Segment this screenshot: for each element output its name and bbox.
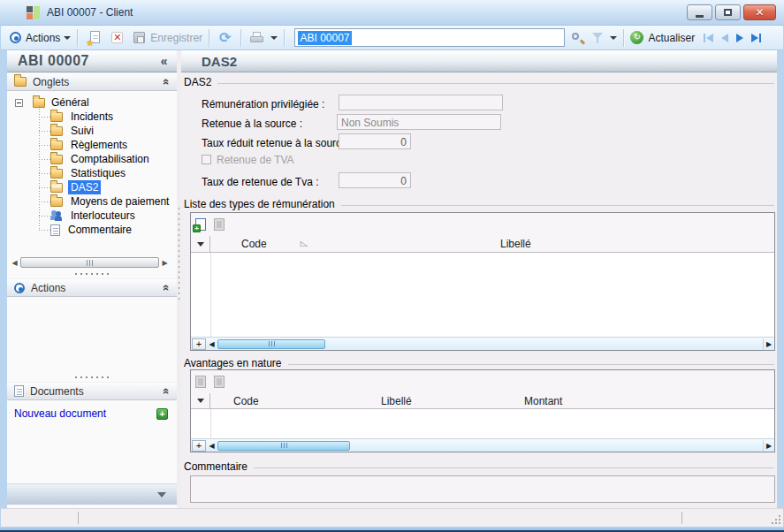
grid-add-icon[interactable]: + xyxy=(192,440,206,452)
avantages-grid-toolbar xyxy=(191,370,774,393)
sidebar-horizontal-scrollbar[interactable]: ◀ ▶ xyxy=(9,256,171,269)
tree-node-statistiques[interactable]: Statistiques xyxy=(7,166,177,180)
sort-ascending-icon: ◺ xyxy=(301,239,308,247)
column-header-libelle[interactable]: Libellé xyxy=(381,395,412,407)
tree-node-interlocuteurs[interactable]: Interlocuteurs xyxy=(7,209,177,223)
folder-icon xyxy=(50,141,63,150)
scroll-left-icon[interactable]: ◀ xyxy=(206,440,217,452)
panel-splitter[interactable] xyxy=(7,376,177,378)
actions-menu-button[interactable]: Actions xyxy=(26,32,60,44)
scroll-left-icon[interactable]: ◀ xyxy=(206,338,217,350)
sidebar-collapse-icon[interactable]: « xyxy=(161,54,168,68)
resize-grip[interactable] xyxy=(770,513,781,525)
tree-node-suivi[interactable]: Suivi xyxy=(7,124,177,138)
add-document-icon[interactable]: + xyxy=(156,408,168,420)
open-folder-icon xyxy=(50,183,63,193)
remuneration-grid-body[interactable] xyxy=(191,253,774,337)
actualiser-icon[interactable]: ↻ xyxy=(630,31,643,44)
filter-dropdown-icon[interactable] xyxy=(610,36,617,40)
collapse-panel-icon[interactable]: « xyxy=(160,285,173,291)
nav-next-button[interactable] xyxy=(736,34,743,42)
delete-record-button[interactable]: ✕ xyxy=(110,30,125,45)
tree-node-moyens-de-paiement[interactable]: Moyens de paiement xyxy=(7,194,177,209)
collapse-panel-icon[interactable]: « xyxy=(160,79,173,85)
restore-button[interactable] xyxy=(715,4,741,20)
tree-expander-icon[interactable] xyxy=(15,99,23,107)
taux-reduit-field[interactable]: 0 xyxy=(339,133,411,149)
folder-icon xyxy=(50,112,63,122)
folder-icon xyxy=(50,126,63,136)
row-indicator-column[interactable] xyxy=(191,393,210,408)
panel-onglets-header[interactable]: Onglets « xyxy=(7,72,177,91)
record-title: ABI 00007 xyxy=(18,53,89,69)
collapse-panel-icon[interactable]: « xyxy=(160,388,173,394)
actualiser-button[interactable]: Actualiser xyxy=(648,32,695,44)
commentaire-textarea[interactable] xyxy=(190,475,775,503)
save-button[interactable] xyxy=(132,30,147,45)
grid-add-icon[interactable]: + xyxy=(192,338,206,350)
add-row-icon[interactable] xyxy=(195,376,206,388)
tree-node-reglements[interactable]: Règlements xyxy=(7,138,177,152)
remuneration-group-caption: Liste des types de rémunération xyxy=(184,198,774,210)
remuneration-grid-header: Code ◺ Libellé xyxy=(191,236,774,253)
scrollbar-thumb[interactable] xyxy=(20,257,159,268)
tree-node-general[interactable]: Général xyxy=(7,95,177,110)
edit-row-icon[interactable] xyxy=(214,376,225,388)
refresh-icon[interactable]: ⟳ xyxy=(219,31,231,45)
print-button[interactable] xyxy=(249,31,265,45)
close-button[interactable]: ✕ xyxy=(743,4,776,20)
taux-retenue-tva-field[interactable]: 0 xyxy=(339,172,411,188)
tree-node-commentaire[interactable]: Commentaire xyxy=(7,223,177,237)
sidebar: ABI 00007 « Onglets « Général Incidents xyxy=(7,50,177,508)
retenue-tva-checkbox[interactable] xyxy=(202,155,211,164)
panel-actions-label: Actions xyxy=(31,282,65,294)
page-title: DAS2 xyxy=(202,54,237,69)
nav-last-button[interactable] xyxy=(751,34,761,42)
scroll-left-icon[interactable]: ◀ xyxy=(9,257,20,268)
nav-first-button[interactable] xyxy=(704,34,713,42)
print-dropdown-icon[interactable] xyxy=(270,36,278,40)
scrollbar-thumb[interactable] xyxy=(217,339,325,349)
filter-icon[interactable] xyxy=(591,31,605,44)
record-header: ABI 00007 « xyxy=(7,50,177,72)
main-toolbar: Actions ★ ✕ Enregistrer ⟳ ABI 00007 ↻ xyxy=(1,26,783,50)
row-indicator-column[interactable] xyxy=(191,236,210,252)
minimize-button[interactable] xyxy=(687,4,712,20)
actions-dropdown-icon[interactable] xyxy=(64,36,71,40)
new-document-link[interactable]: Nouveau document xyxy=(14,407,106,420)
column-header-libelle[interactable]: Libellé xyxy=(500,238,531,250)
column-header-code[interactable]: Code xyxy=(233,395,259,407)
panel-actions-header[interactable]: Actions « xyxy=(7,278,177,297)
search-icon[interactable] xyxy=(570,31,584,45)
retenue-tva-checkbox-label: Retenue de TVA xyxy=(217,154,294,166)
new-document-row: Nouveau document + xyxy=(7,401,177,420)
page-header: DAS2 xyxy=(181,50,777,72)
delete-row-icon[interactable] xyxy=(214,218,225,231)
people-icon xyxy=(50,210,63,221)
scroll-right-icon[interactable]: ▶ xyxy=(159,257,171,268)
add-row-icon[interactable]: + xyxy=(195,218,206,231)
field-label: Retenue à la source : xyxy=(202,118,302,130)
tree-node-das2[interactable]: DAS2 xyxy=(7,180,177,194)
search-input[interactable]: ABI 00007 xyxy=(294,28,565,47)
nav-previous-button[interactable] xyxy=(721,34,728,42)
new-record-button[interactable]: ★ xyxy=(88,30,103,45)
column-header-code[interactable]: Code xyxy=(241,238,267,250)
scrollbar-thumb[interactable] xyxy=(217,441,350,451)
column-header-montant[interactable]: Montant xyxy=(524,395,562,407)
scroll-right-icon[interactable]: ▶ xyxy=(763,440,774,452)
retenue-source-field[interactable]: Non Soumis xyxy=(337,114,501,130)
panel-splitter[interactable] xyxy=(7,272,177,275)
tree-node-comptabilisation[interactable]: Comptabilisation xyxy=(7,152,177,166)
tree-node-incidents[interactable]: Incidents xyxy=(7,110,177,124)
save-button-label[interactable]: Enregistrer xyxy=(150,32,202,44)
scroll-right-icon[interactable]: ▶ xyxy=(763,338,774,350)
avantages-grid-hscrollbar[interactable]: + ◀ ▶ xyxy=(191,438,774,452)
remuneration-privilegiee-field[interactable] xyxy=(339,95,503,110)
remuneration-grid: + Code ◺ Libellé + ◀ ▶ xyxy=(190,212,775,351)
panel-documents-header[interactable]: Documents « xyxy=(7,382,177,400)
avantages-grid-body[interactable] xyxy=(191,409,774,438)
remuneration-grid-hscrollbar[interactable]: + ◀ ▶ xyxy=(191,337,774,350)
folder-icon xyxy=(14,77,27,87)
sidebar-collapsed-panel-bar[interactable] xyxy=(7,483,177,505)
